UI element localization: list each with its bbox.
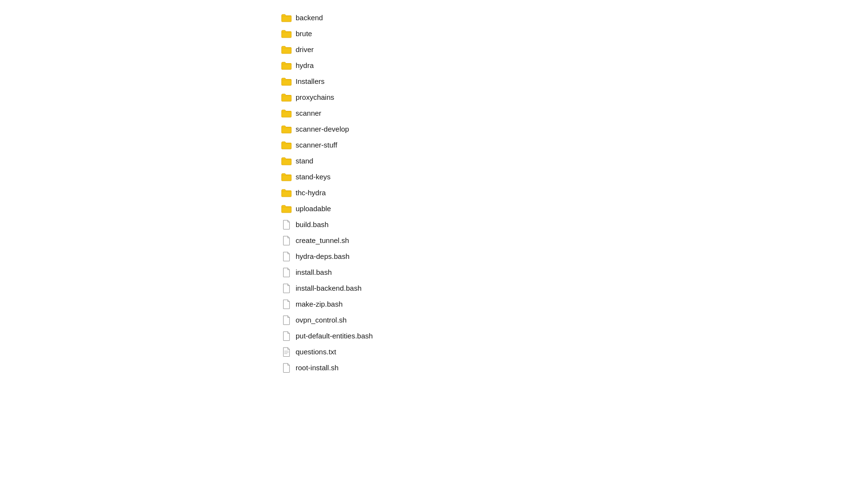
file-list: backend brute driver hydra Installers pr… <box>277 0 868 385</box>
item-label: backend <box>296 13 323 22</box>
item-label: put-default-entities.bash <box>296 332 373 340</box>
folder-icon <box>281 92 292 103</box>
item-label: root-install.sh <box>296 364 339 372</box>
item-label: create_tunnel.sh <box>296 236 349 244</box>
item-label: scanner <box>296 109 321 117</box>
list-item[interactable]: ovpn_control.sh <box>277 312 868 328</box>
item-label: proxychains <box>296 93 334 101</box>
text-file-icon <box>281 347 292 357</box>
item-label: stand <box>296 157 313 165</box>
item-label: make-zip.bash <box>296 300 343 308</box>
item-label: scanner-stuff <box>296 141 337 149</box>
item-label: install.bash <box>296 268 332 276</box>
list-item[interactable]: hydra-deps.bash <box>277 248 868 264</box>
list-item[interactable]: install-backend.bash <box>277 280 868 296</box>
folder-icon <box>281 124 292 135</box>
item-label: questions.txt <box>296 348 336 356</box>
file-icon <box>281 363 292 373</box>
list-item[interactable]: uploadable <box>277 201 868 216</box>
list-item[interactable]: brute <box>277 26 868 41</box>
item-label: Installers <box>296 77 325 85</box>
item-label: brute <box>296 29 312 38</box>
item-label: hydra <box>296 61 314 69</box>
list-item[interactable]: create_tunnel.sh <box>277 232 868 248</box>
folder-icon <box>281 140 292 150</box>
list-item[interactable]: stand-keys <box>277 169 868 185</box>
list-item[interactable]: scanner-develop <box>277 121 868 137</box>
folder-icon <box>281 60 292 71</box>
list-item[interactable]: build.bash <box>277 216 868 232</box>
list-item[interactable]: backend <box>277 10 868 26</box>
file-icon <box>281 219 292 230</box>
item-label: install-backend.bash <box>296 284 362 292</box>
item-label: hydra-deps.bash <box>296 252 350 260</box>
item-label: thc-hydra <box>296 189 326 197</box>
file-icon <box>281 283 292 294</box>
item-label: driver <box>296 45 314 54</box>
list-item[interactable]: driver <box>277 41 868 57</box>
folder-icon <box>281 188 292 198</box>
list-item[interactable]: Installers <box>277 73 868 89</box>
file-icon <box>281 267 292 278</box>
item-label: uploadable <box>296 204 331 213</box>
file-icon <box>281 251 292 262</box>
list-item[interactable]: install.bash <box>277 264 868 280</box>
file-icon <box>281 315 292 325</box>
list-item[interactable]: questions.txt <box>277 344 868 360</box>
list-item[interactable]: stand <box>277 153 868 169</box>
list-item[interactable]: scanner <box>277 105 868 121</box>
folder-icon <box>281 156 292 166</box>
file-icon <box>281 331 292 341</box>
folder-icon <box>281 203 292 214</box>
list-item[interactable]: make-zip.bash <box>277 296 868 312</box>
file-icon <box>281 299 292 310</box>
folder-icon <box>281 13 292 23</box>
list-item[interactable]: proxychains <box>277 89 868 105</box>
folder-icon <box>281 44 292 55</box>
folder-icon <box>281 28 292 39</box>
list-item[interactable]: scanner-stuff <box>277 137 868 153</box>
item-label: ovpn_control.sh <box>296 316 347 324</box>
file-icon <box>281 235 292 246</box>
folder-icon <box>281 108 292 119</box>
folder-icon <box>281 76 292 87</box>
item-label: stand-keys <box>296 173 331 181</box>
item-label: scanner-develop <box>296 125 349 133</box>
list-item[interactable]: root-install.sh <box>277 360 868 376</box>
list-item[interactable]: thc-hydra <box>277 185 868 201</box>
folder-icon <box>281 172 292 182</box>
item-label: build.bash <box>296 220 328 229</box>
list-item[interactable]: hydra <box>277 57 868 73</box>
list-item[interactable]: put-default-entities.bash <box>277 328 868 344</box>
